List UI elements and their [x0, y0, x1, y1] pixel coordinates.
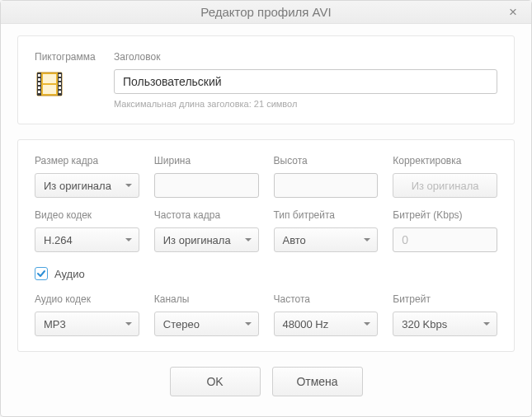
frame-size-field: Размер кадра Из оригинала: [35, 155, 139, 198]
chevron-down-icon: [364, 322, 370, 326]
height-input: [274, 173, 379, 198]
title-field-label: Заголовок: [114, 51, 497, 63]
audio-bitrate-label: Битрейт: [393, 293, 497, 305]
video-bitrate-input: [393, 227, 497, 252]
framerate-select[interactable]: Из оригинала: [154, 227, 259, 252]
title-hint: Максимальная длина заголовка: 21 символ: [114, 99, 497, 109]
video-codec-select[interactable]: H.264: [35, 227, 139, 252]
frame-size-select[interactable]: Из оригинала: [35, 173, 139, 198]
chevron-down-icon: [245, 238, 252, 241]
width-field: Ширина: [154, 155, 259, 198]
chevron-down-icon: [125, 184, 132, 187]
header-panel: Пиктограмма: [17, 35, 515, 124]
svg-rect-7: [38, 91, 40, 93]
svg-rect-13: [43, 74, 56, 83]
channels-label: Каналы: [154, 293, 259, 305]
pictogram-label: Пиктограмма: [35, 51, 99, 63]
audio-checkbox[interactable]: [35, 267, 48, 280]
title-input[interactable]: [114, 69, 497, 94]
ok-button-label: OK: [206, 375, 223, 388]
film-icon[interactable]: [35, 69, 64, 99]
titlebar: Редактор профиля AVI ×: [1, 1, 531, 24]
sample-rate-select[interactable]: 48000 Hz: [274, 312, 379, 336]
close-button[interactable]: ×: [506, 6, 520, 19]
svg-rect-3: [38, 74, 40, 77]
title-column: Заголовок Максимальная длина заголовка: …: [114, 51, 497, 109]
window: Редактор профиля AVI × Пиктограмма: [0, 0, 532, 417]
height-field: Высота: [274, 155, 379, 198]
audio-bitrate-field: Битрейт 320 Kbps: [393, 293, 497, 336]
pictogram-column: Пиктограмма: [35, 51, 99, 109]
window-title: Редактор профиля AVI: [200, 5, 331, 19]
svg-rect-4: [38, 78, 40, 81]
footer: OK Отмена: [17, 367, 515, 401]
cancel-button-label: Отмена: [296, 375, 337, 388]
video-bitrate-label: Битрейт (Kbps): [393, 209, 497, 221]
adjustment-value: Из оригинала: [412, 180, 479, 192]
settings-grid: Размер кадра Из оригинала Ширина Высота …: [35, 155, 497, 336]
video-codec-label: Видео кодек: [35, 209, 139, 221]
frame-size-value: Из оригинала: [44, 180, 111, 192]
sample-rate-label: Частота: [274, 293, 379, 305]
cancel-button[interactable]: Отмена: [272, 367, 363, 396]
adjustment-label: Корректировка: [393, 155, 497, 166]
chevron-down-icon: [245, 322, 252, 326]
chevron-down-icon: [125, 322, 132, 326]
bitrate-type-field: Тип битрейта Авто: [274, 209, 379, 252]
adjustment-field: Корректировка Из оригинала: [393, 155, 497, 198]
channels-select[interactable]: Стерео: [154, 312, 259, 336]
video-bitrate-field: Битрейт (Kbps): [393, 209, 497, 252]
content: Пиктограмма: [1, 24, 531, 416]
svg-rect-10: [59, 82, 61, 85]
chevron-down-icon: [125, 238, 132, 241]
chevron-down-icon: [364, 238, 370, 241]
audio-codec-label: Аудио кодек: [35, 293, 139, 305]
channels-value: Стерео: [163, 318, 200, 330]
bitrate-type-label: Тип битрейта: [274, 209, 379, 221]
audio-checkbox-label: Аудио: [54, 268, 85, 280]
bitrate-type-select[interactable]: Авто: [274, 227, 379, 252]
framerate-field: Частота кадра Из оригинала: [154, 209, 259, 252]
svg-rect-8: [59, 74, 61, 77]
height-label: Высота: [274, 155, 379, 166]
video-codec-field: Видео кодек H.264: [35, 209, 139, 252]
bitrate-type-value: Авто: [283, 234, 306, 246]
chevron-down-icon: [483, 322, 490, 326]
audio-enable-row: Аудио: [35, 264, 497, 282]
ok-button[interactable]: OK: [170, 367, 261, 396]
adjustment-button[interactable]: Из оригинала: [393, 173, 497, 198]
frame-size-label: Размер кадра: [35, 155, 139, 166]
video-codec-value: H.264: [44, 234, 73, 246]
channels-field: Каналы Стерео: [154, 293, 259, 336]
audio-bitrate-select[interactable]: 320 Kbps: [393, 312, 497, 336]
sample-rate-field: Частота 48000 Hz: [274, 293, 379, 336]
audio-bitrate-value: 320 Kbps: [402, 318, 447, 330]
audio-codec-field: Аудио кодек MP3: [35, 293, 139, 336]
settings-panel: Размер кадра Из оригинала Ширина Высота …: [17, 139, 515, 352]
audio-codec-select[interactable]: MP3: [35, 312, 139, 336]
width-input: [154, 173, 259, 198]
framerate-label: Частота кадра: [154, 209, 259, 221]
svg-rect-12: [59, 91, 61, 93]
svg-rect-11: [59, 87, 61, 89]
svg-rect-9: [59, 78, 61, 81]
framerate-value: Из оригинала: [163, 234, 231, 246]
svg-rect-5: [38, 82, 40, 85]
svg-rect-14: [43, 85, 56, 94]
width-label: Ширина: [154, 155, 259, 166]
sample-rate-value: 48000 Hz: [283, 318, 329, 330]
svg-rect-6: [38, 87, 40, 89]
audio-codec-value: MP3: [44, 318, 66, 330]
